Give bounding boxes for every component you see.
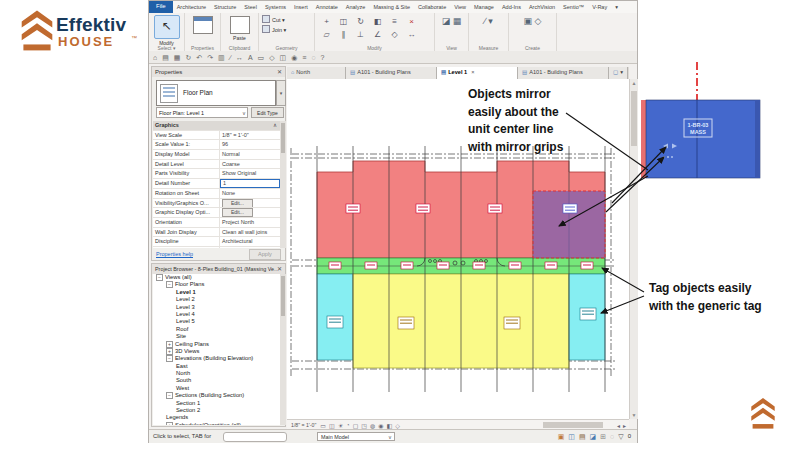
filter-icon[interactable]: ▽ (618, 432, 623, 441)
3d-view-icon[interactable]: ◇ (269, 52, 274, 63)
reveal-hidden-icon[interactable]: ◉ (378, 422, 383, 429)
property-value[interactable]: Architectural (220, 237, 280, 246)
ribbon-tab-structure[interactable]: Structure (210, 4, 240, 10)
temporary-hide-icon[interactable]: ◍ (370, 422, 375, 429)
text-icon[interactable]: A (248, 52, 253, 63)
exclude-options-icon[interactable]: ⊞ (600, 432, 606, 441)
property-value[interactable]: By Discipline (220, 247, 280, 248)
tree-item-west[interactable]: West (153, 385, 280, 392)
tree-item-roof[interactable]: Roof (153, 326, 280, 333)
trim-icon[interactable]: ▱ (318, 28, 335, 41)
type-selector-dropdown-icon[interactable]: ▾ (276, 80, 286, 106)
sync-icon[interactable]: ↻ (185, 52, 191, 63)
property-row[interactable]: Visibility/Graphics O...Edit... (153, 199, 280, 209)
scale-icon[interactable]: ↔ (403, 28, 420, 41)
background-process-icon[interactable]: ▤ (579, 432, 586, 441)
tree-item-ceiling-plans[interactable]: +Ceiling Plans (153, 341, 280, 348)
property-row[interactable]: Graphic Display Opti...Edit... (153, 208, 280, 218)
tree-item-site[interactable]: Site (153, 333, 280, 340)
inset-selected-unit[interactable] (646, 100, 760, 178)
user-icon[interactable]: ◌ (311, 52, 315, 63)
property-row[interactable]: Graphics∧ (153, 121, 280, 131)
unit-tag[interactable] (563, 204, 577, 213)
unit-tag[interactable] (580, 308, 596, 320)
ribbon-tab-analyze[interactable]: Analyze (342, 4, 370, 10)
property-row[interactable]: DisciplineArchitectural (153, 237, 280, 247)
tree-item-south[interactable]: South (153, 377, 280, 384)
property-value[interactable]: Project North (220, 218, 280, 227)
property-row[interactable]: Parts VisibilityShow Original (153, 169, 280, 179)
ribbon-tab-add-ins[interactable]: Add-Ins (498, 4, 525, 10)
property-value[interactable]: Clean all wall joins (220, 228, 280, 237)
properties-help-link[interactable]: Properties help (156, 251, 193, 257)
tree-item-section-1[interactable]: Section 1 (153, 400, 280, 407)
tree-expander-icon[interactable]: + (166, 341, 173, 348)
sun-path-icon[interactable]: ☀ (338, 422, 343, 429)
scroll-right-icon[interactable]: ▸ (623, 422, 626, 429)
property-row[interactable]: Rotation on SheetNone (153, 189, 280, 199)
scroll-down-icon[interactable]: ▼ (630, 412, 638, 418)
ribbon-tab-archvision[interactable]: ArchVision (525, 4, 559, 10)
unit-tag[interactable] (401, 262, 413, 269)
unit-tag[interactable] (545, 262, 557, 269)
property-row[interactable]: OrientationProject North (153, 218, 280, 228)
unit-tag[interactable] (581, 262, 593, 269)
align-icon[interactable]: ⊥ (352, 28, 369, 41)
property-value[interactable]: 96 (220, 140, 280, 149)
apply-button[interactable]: Apply (249, 249, 281, 260)
properties-close-icon[interactable]: ✕ (277, 67, 282, 77)
tree-item-section-2[interactable]: Section 2 (153, 407, 280, 414)
pin-icon[interactable]: ◇ (386, 28, 403, 41)
status-search-box[interactable] (223, 432, 287, 442)
view-tab-close-icon[interactable]: × (471, 69, 474, 75)
mirrored-unit-selection[interactable] (533, 191, 605, 258)
ribbon-tab-systems[interactable]: Systems (261, 4, 290, 10)
paste-icon[interactable] (230, 16, 250, 34)
ribbon-tab-massing-site[interactable]: Massing & Site (369, 4, 414, 10)
offset-icon[interactable]: ∥ (335, 28, 352, 41)
tree-item-level-5[interactable]: Level 5 (153, 318, 280, 325)
crop-region-icon[interactable]: ◳ (361, 422, 367, 429)
section-icon[interactable]: ◫ (280, 52, 287, 63)
property-row[interactable]: Detail LevelCoarse (153, 160, 280, 170)
property-row[interactable]: Scale Value 1:96 (153, 140, 280, 150)
visual-style-icon[interactable]: ◫ (329, 422, 335, 429)
constraints-icon[interactable]: ◇ (395, 422, 400, 429)
tree-item-level-1[interactable]: Level 1 (153, 289, 280, 296)
section-collapse-icon[interactable]: ∧ (273, 121, 280, 130)
tag-icon[interactable]: ▭ (258, 52, 265, 63)
tree-item-sections-building-section-[interactable]: −Sections (Building Section) (153, 392, 280, 399)
array-icon[interactable]: ≡ (386, 15, 403, 28)
property-value[interactable]: Show Original (220, 169, 280, 178)
tree-item-schedules-quantities-all-[interactable]: +Schedules/Quantities (all) (153, 422, 280, 425)
project-browser-header[interactable]: Project Browser - 8-Plex Building_01 (Ma… (152, 264, 285, 274)
properties-palette-header[interactable]: Properties ✕ (152, 67, 285, 77)
visibility-icon[interactable]: ◪ ▦ (438, 15, 465, 28)
rotate-icon[interactable]: ↻ (352, 15, 369, 28)
design-options-icon[interactable]: ◪ (590, 432, 597, 441)
unit-tag[interactable] (488, 204, 502, 213)
dimension-icon[interactable]: ↔ (236, 52, 243, 63)
unit-tag[interactable] (327, 316, 343, 328)
scroll-left-icon[interactable]: ◂ (617, 422, 620, 429)
type-selector[interactable]: Floor Plan (156, 80, 276, 106)
tree-item-level-4[interactable]: Level 4 (153, 311, 280, 318)
ribbon-tab-annotate[interactable]: Annotate (312, 4, 342, 10)
property-row[interactable]: Show Hidden LinesBy Discipline (153, 247, 280, 248)
ribbon-tab-view[interactable]: View (450, 4, 470, 10)
tree-item-floor-plans[interactable]: −Floor Plans (153, 281, 280, 288)
tree-item-views-all-[interactable]: −Views (all) (153, 274, 280, 281)
crop-view-icon[interactable]: ▢ (353, 422, 359, 429)
open-icon[interactable]: ▤ (162, 52, 169, 63)
unit-tag[interactable] (398, 317, 414, 329)
home-icon[interactable]: ⌂ (153, 52, 157, 63)
properties-icon[interactable] (193, 16, 213, 34)
instance-selector[interactable]: Floor Plan: Level 1 ∨ (156, 107, 248, 118)
detail-level-icon[interactable]: ▭ (320, 422, 326, 429)
ribbon-tab-v-ray[interactable]: V-Ray (588, 4, 611, 10)
link-icon[interactable]: ◫ (568, 432, 575, 441)
ribbon-tab-steel[interactable]: Steel (240, 4, 261, 10)
edit-type-button[interactable]: Edit Type (251, 107, 284, 118)
unit-tag[interactable] (346, 204, 360, 213)
property-value[interactable]: Coarse (220, 160, 280, 169)
